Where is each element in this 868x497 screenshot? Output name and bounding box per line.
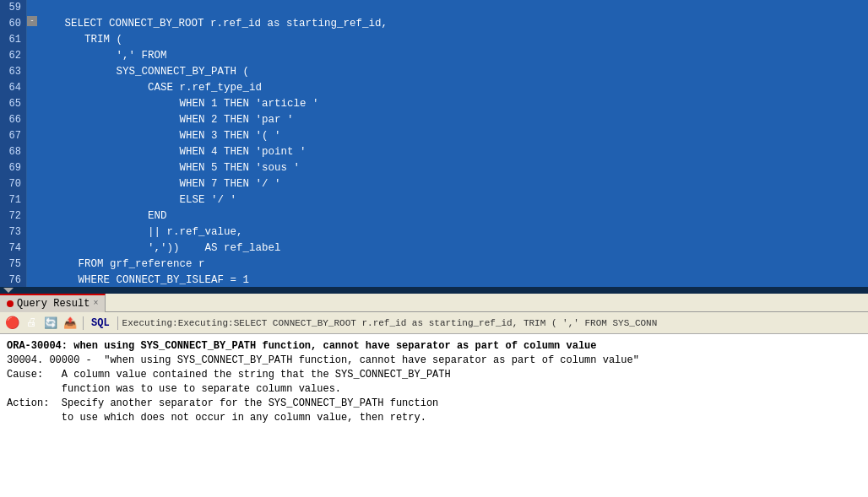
line-content: SYS_CONNECT_BY_PATH ( <box>27 64 249 80</box>
line-number: 60 <box>0 16 27 32</box>
code-line: 69 WHEN 5 THEN 'sous ' <box>0 160 868 176</box>
line-content: WHEN 1 THEN 'article ' <box>27 96 319 112</box>
line-number: 62 <box>0 48 27 64</box>
line-content: TRIM ( <box>27 32 122 48</box>
error-line: function was to use to separate column v… <box>7 382 861 397</box>
print-button[interactable]: 🖨 <box>23 315 40 332</box>
error-line: ORA-30004: when using SYS_CONNECT_BY_PAT… <box>7 339 861 354</box>
collapse-arrow-icon <box>3 288 14 293</box>
stop-button[interactable]: 🔴 <box>3 315 20 332</box>
executing-text: Executing:Executing:SELECT CONNECT_BY_RO… <box>122 318 658 328</box>
code-line: 66 WHEN 2 THEN 'par ' <box>0 112 868 128</box>
error-line: to use which does not occur in any colum… <box>7 411 861 425</box>
code-line: 75 FROM grf_reference r <box>0 257 868 273</box>
line-number: 76 <box>0 273 27 287</box>
toolbar-divider <box>83 316 84 330</box>
line-content <box>27 0 34 16</box>
code-line: 59 <box>0 0 868 16</box>
line-number: 65 <box>0 96 27 112</box>
line-content: WHEN 4 THEN 'point ' <box>27 144 307 160</box>
line-number: 71 <box>0 192 27 208</box>
error-line: Cause: A column value contained the stri… <box>7 368 861 382</box>
line-content: ELSE '/ ' <box>27 192 236 208</box>
code-line: 62 ',' FROM <box>0 48 868 64</box>
collapse-icon[interactable]: - <box>27 16 37 26</box>
code-line: 64 CASE r.ref_type_id <box>0 80 868 96</box>
line-content: WHERE CONNECT_BY_ISLEAF = 1 <box>27 273 249 287</box>
refresh-button[interactable]: 🔄 <box>42 315 59 332</box>
code-line: 68 WHEN 4 THEN 'point ' <box>0 144 868 160</box>
line-number: 73 <box>0 224 27 240</box>
line-number: 70 <box>0 176 27 192</box>
line-content: || r.ref_value, <box>27 224 243 240</box>
line-content: WHEN 3 THEN '( ' <box>27 128 281 144</box>
panel-separator <box>0 287 868 294</box>
line-content: SELECT CONNECT_BY_ROOT r.ref_id as start… <box>39 16 388 32</box>
line-content: END <box>27 208 167 224</box>
query-result-tab[interactable]: Query Result × <box>0 294 106 312</box>
error-line: Action: Specify another separator for th… <box>7 397 861 411</box>
error-line: 30004. 00000 - "when using SYS_CONNECT_B… <box>7 354 861 368</box>
tab-close-button[interactable]: × <box>93 299 98 308</box>
code-line: 71 ELSE '/ ' <box>0 192 868 208</box>
tab-bar: Query Result × <box>0 294 868 312</box>
code-line: 63 SYS_CONNECT_BY_PATH ( <box>0 64 868 80</box>
error-message-area: ORA-30004: when using SYS_CONNECT_BY_PAT… <box>0 334 868 497</box>
line-content: WHEN 7 THEN '/ ' <box>27 176 281 192</box>
code-line: 76 WHERE CONNECT_BY_ISLEAF = 1 <box>0 273 868 287</box>
code-line: 67 WHEN 3 THEN '( ' <box>0 128 868 144</box>
code-line: 72 END <box>0 208 868 224</box>
code-line: 74 ',')) AS ref_label <box>0 240 868 257</box>
line-content: WHEN 5 THEN 'sous ' <box>27 160 300 176</box>
code-line: 61 TRIM ( <box>0 32 868 48</box>
toolbar-divider-2 <box>117 316 118 330</box>
code-line: 65 WHEN 1 THEN 'article ' <box>0 96 868 112</box>
code-line: 70 WHEN 7 THEN '/ ' <box>0 176 868 192</box>
line-number: 59 <box>0 0 27 16</box>
export-button[interactable]: 📤 <box>62 315 79 332</box>
line-number: 75 <box>0 257 27 273</box>
line-number: 69 <box>0 160 27 176</box>
line-content: FROM grf_reference r <box>27 257 205 273</box>
line-number: 61 <box>0 32 27 48</box>
line-number: 68 <box>0 144 27 160</box>
line-number: 66 <box>0 112 27 128</box>
error-indicator-icon <box>7 300 14 307</box>
sql-label: SQL <box>91 317 110 329</box>
line-content: ',' FROM <box>27 48 167 64</box>
line-number: 72 <box>0 208 27 224</box>
query-result-panel: Query Result × 🔴 🖨 🔄 📤 SQL Executing:Exe… <box>0 294 868 497</box>
line-number: 67 <box>0 128 27 144</box>
query-result-toolbar: 🔴 🖨 🔄 📤 SQL Executing:Executing:SELECT C… <box>0 312 868 334</box>
code-editor[interactable]: 5960- SELECT CONNECT_BY_ROOT r.ref_id as… <box>0 0 868 287</box>
code-line: 73 || r.ref_value, <box>0 224 868 240</box>
line-content: WHEN 2 THEN 'par ' <box>27 112 294 128</box>
line-number: 74 <box>0 240 27 257</box>
line-number: 63 <box>0 64 27 80</box>
line-content: ',')) AS ref_label <box>27 240 281 257</box>
line-content: CASE r.ref_type_id <box>27 80 262 96</box>
code-line: 60- SELECT CONNECT_BY_ROOT r.ref_id as s… <box>0 16 868 32</box>
line-number: 64 <box>0 80 27 96</box>
query-result-tab-label: Query Result <box>17 298 90 310</box>
